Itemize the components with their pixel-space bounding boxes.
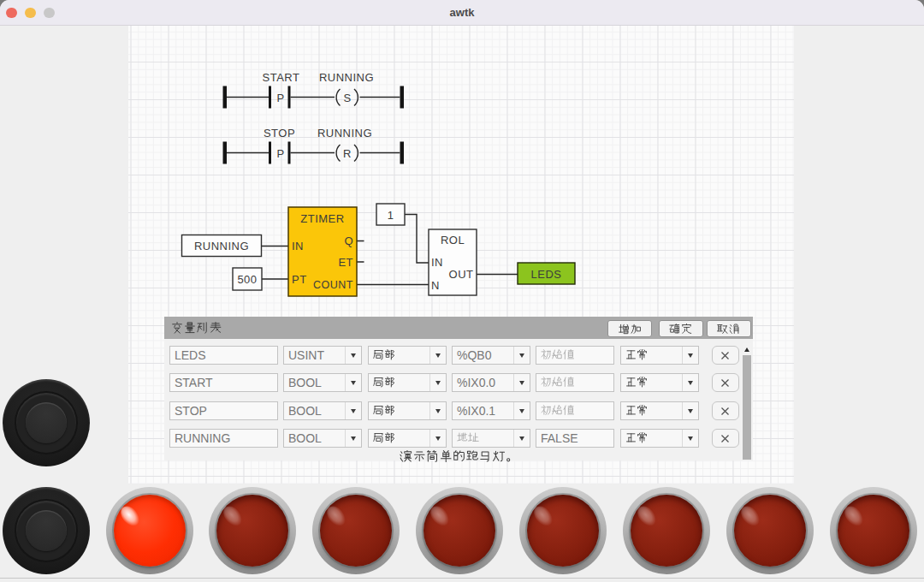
svg-text:RUNNING: RUNNING [317,127,372,140]
svg-text:P: P [276,92,284,104]
svg-text:LEDS: LEDS [531,268,562,281]
svg-text:PT: PT [292,273,307,286]
svg-text:N: N [431,279,440,292]
svg-text:ZTIMER: ZTIMER [300,212,344,225]
svg-text:S: S [343,92,351,104]
svg-text:COUNT: COUNT [313,279,353,291]
svg-text:STOP: STOP [264,127,295,140]
svg-text:R: R [343,147,352,160]
svg-text:IN: IN [292,240,304,252]
svg-text:START: START [263,71,300,84]
svg-text:Q: Q [344,235,353,247]
svg-text:1: 1 [388,209,394,222]
svg-text:IN: IN [431,256,443,269]
svg-text:500: 500 [237,273,257,286]
svg-text:ROL: ROL [441,234,465,246]
svg-text:ET: ET [338,256,353,269]
svg-text:OUT: OUT [449,268,474,281]
svg-text:P: P [276,147,284,160]
svg-text:RUNNING: RUNNING [319,71,374,84]
svg-text:RUNNING: RUNNING [194,240,249,252]
